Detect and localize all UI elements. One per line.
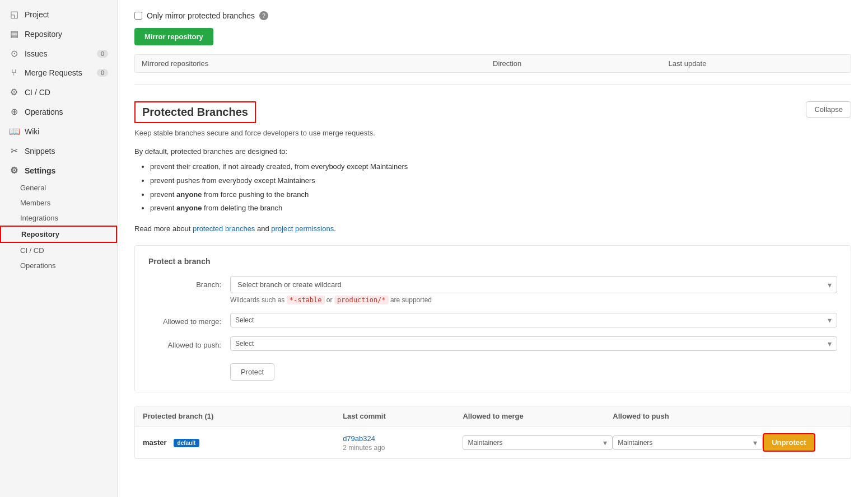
collapse-button[interactable]: Collapse bbox=[806, 101, 851, 118]
sidebar-item-wiki[interactable]: 📖 Wiki bbox=[0, 121, 117, 141]
branch-form-row: Branch: Select branch or create wildcard… bbox=[148, 276, 837, 304]
allowed-push-row-select[interactable]: Maintainers bbox=[613, 435, 763, 450]
sidebar-item-label: Snippets bbox=[25, 147, 55, 156]
by-default-text: By default, protected branches are desig… bbox=[134, 147, 851, 156]
table-col-merge: Allowed to merge bbox=[463, 412, 613, 420]
sidebar-sub-members[interactable]: Members bbox=[0, 195, 117, 210]
section-title-box: Protected Branches bbox=[134, 101, 256, 123]
allowed-push-row-select-wrapper: Maintainers bbox=[613, 435, 763, 450]
protect-button[interactable]: Protect bbox=[230, 363, 274, 381]
sidebar-item-label: Project bbox=[25, 10, 49, 19]
sidebar-item-merge-requests[interactable]: ⑂ Merge Requests 0 bbox=[0, 63, 117, 82]
allowed-merge-row-select-wrapper: Maintainers bbox=[463, 435, 613, 450]
issues-badge: 0 bbox=[97, 50, 108, 58]
sidebar-sub-ci-cd[interactable]: CI / CD bbox=[0, 243, 117, 258]
sidebar-item-label: Issues bbox=[25, 49, 47, 58]
commit-cell: d79ab324 2 minutes ago bbox=[343, 434, 463, 452]
branch-cell: master default bbox=[143, 438, 343, 447]
sidebar-sub-integrations[interactable]: Integrations bbox=[0, 210, 117, 226]
mirror-col-repos: Mirrored repositories bbox=[142, 59, 493, 68]
sidebar-item-label: Merge Requests bbox=[25, 68, 82, 77]
allowed-merge-cell: Maintainers bbox=[463, 435, 613, 450]
allowed-push-field: Select bbox=[230, 336, 837, 351]
table-header: Protected branch (1) Last commit Allowed… bbox=[135, 406, 851, 426]
bullet-2: prevent pushes from everybody except Mai… bbox=[150, 175, 851, 187]
sidebar: ◱ Project ▤ Repository ⊙ Issues 0 ⑂ Merg… bbox=[0, 0, 118, 497]
project-permissions-link[interactable]: project permissions bbox=[271, 224, 334, 233]
repository-icon: ▤ bbox=[9, 29, 19, 39]
sidebar-item-label: Wiki bbox=[25, 127, 39, 136]
unprotect-button[interactable]: Unprotect bbox=[763, 433, 815, 452]
sidebar-item-repository[interactable]: ▤ Repository bbox=[0, 24, 117, 44]
wildcard-example1: *-stable bbox=[287, 296, 325, 304]
sidebar-item-label: Settings bbox=[25, 166, 55, 175]
commit-time: 2 minutes ago bbox=[343, 444, 385, 452]
sidebar-item-label: CI / CD bbox=[25, 88, 50, 97]
allowed-merge-label: Allowed to merge: bbox=[148, 313, 221, 326]
sidebar-item-snippets[interactable]: ✂ Snippets bbox=[0, 141, 117, 161]
bullet-list: prevent their creation, if not already c… bbox=[134, 161, 851, 214]
allowed-merge-form-row: Allowed to merge: Select bbox=[148, 313, 837, 327]
mirror-checkbox-row: Only mirror protected branches ? bbox=[134, 11, 851, 20]
merge-requests-badge: 0 bbox=[97, 69, 108, 77]
sidebar-item-label: Repository bbox=[25, 30, 62, 39]
branch-select-wrapper: Select branch or create wildcard bbox=[230, 276, 837, 293]
section-subtitle: Keep stable branches secure and force de… bbox=[134, 129, 851, 137]
main-content: Only mirror protected branches ? Mirror … bbox=[118, 0, 868, 497]
default-badge: default bbox=[174, 439, 200, 447]
sidebar-item-settings[interactable]: ⚙ Settings bbox=[0, 161, 117, 180]
read-more-text: Read more about protected branches and p… bbox=[134, 224, 851, 233]
allowed-push-cell: Maintainers bbox=[613, 435, 763, 450]
mirror-protected-checkbox[interactable] bbox=[134, 12, 142, 20]
protect-card-title: Protect a branch bbox=[148, 257, 837, 266]
issues-icon: ⊙ bbox=[9, 48, 19, 59]
merge-requests-icon: ⑂ bbox=[9, 68, 19, 78]
bullet-3: prevent anyone from force pushing to the… bbox=[150, 189, 851, 201]
wiki-icon: 📖 bbox=[9, 126, 19, 137]
allowed-push-select[interactable]: Select bbox=[230, 336, 837, 351]
wildcard-hint: Wildcards such as *-stable or production… bbox=[230, 296, 837, 304]
bullet-4: prevent anyone from deleting the branch bbox=[150, 203, 851, 214]
allowed-push-form-row: Allowed to push: Select bbox=[148, 336, 837, 351]
section-header-row: Protected Branches Collapse bbox=[134, 101, 851, 123]
sidebar-sub-repository[interactable]: Repository bbox=[0, 226, 117, 243]
sidebar-item-issues[interactable]: ⊙ Issues 0 bbox=[0, 44, 117, 63]
mirror-section: Only mirror protected branches ? Mirror … bbox=[134, 11, 851, 85]
branch-label: Branch: bbox=[148, 276, 221, 289]
action-cell: Unprotect bbox=[763, 433, 843, 452]
allowed-merge-select[interactable]: Select bbox=[230, 313, 837, 327]
protected-branches-section: Protected Branches Collapse Keep stable … bbox=[134, 101, 851, 459]
mirror-table-header: Mirrored repositories Direction Last upd… bbox=[134, 54, 851, 73]
mirror-col-last-update: Last update bbox=[669, 59, 844, 68]
sidebar-item-project[interactable]: ◱ Project bbox=[0, 4, 117, 24]
protected-branches-link[interactable]: protected branches bbox=[193, 224, 255, 233]
sidebar-sub-operations[interactable]: Operations bbox=[0, 258, 117, 273]
protect-card: Protect a branch Branch: Select branch o… bbox=[134, 245, 851, 392]
settings-icon: ⚙ bbox=[9, 165, 19, 176]
branch-field: Select branch or create wildcard Wildcar… bbox=[230, 276, 837, 304]
table-col-branch: Protected branch (1) bbox=[143, 412, 343, 420]
sidebar-item-operations[interactable]: ⊕ Operations bbox=[0, 102, 117, 121]
table-col-push: Allowed to push bbox=[613, 412, 763, 420]
mirror-repository-button[interactable]: Mirror repository bbox=[134, 28, 213, 45]
sidebar-sub-general[interactable]: General bbox=[0, 180, 117, 195]
ci-cd-icon: ⚙ bbox=[9, 87, 19, 97]
table-col-actions bbox=[763, 412, 843, 420]
protected-branches-table: Protected branch (1) Last commit Allowed… bbox=[134, 406, 851, 459]
project-icon: ◱ bbox=[9, 9, 19, 20]
section-title: Protected Branches bbox=[142, 106, 248, 119]
table-col-commit: Last commit bbox=[343, 412, 463, 420]
commit-hash[interactable]: d79ab324 bbox=[343, 434, 375, 443]
mirror-protected-label: Only mirror protected branches bbox=[147, 11, 255, 20]
help-icon[interactable]: ? bbox=[259, 11, 268, 20]
allowed-push-label: Allowed to push: bbox=[148, 336, 221, 349]
mirror-col-direction: Direction bbox=[493, 59, 669, 68]
operations-icon: ⊕ bbox=[9, 106, 19, 117]
bullet-1: prevent their creation, if not already c… bbox=[150, 161, 851, 173]
snippets-icon: ✂ bbox=[9, 146, 19, 156]
allowed-merge-row-select[interactable]: Maintainers bbox=[463, 435, 613, 450]
sidebar-item-label: Operations bbox=[25, 107, 63, 116]
table-row: master default d79ab324 2 minutes ago Ma… bbox=[135, 426, 851, 458]
sidebar-item-ci-cd[interactable]: ⚙ CI / CD bbox=[0, 82, 117, 102]
branch-select[interactable]: Select branch or create wildcard bbox=[230, 276, 837, 293]
